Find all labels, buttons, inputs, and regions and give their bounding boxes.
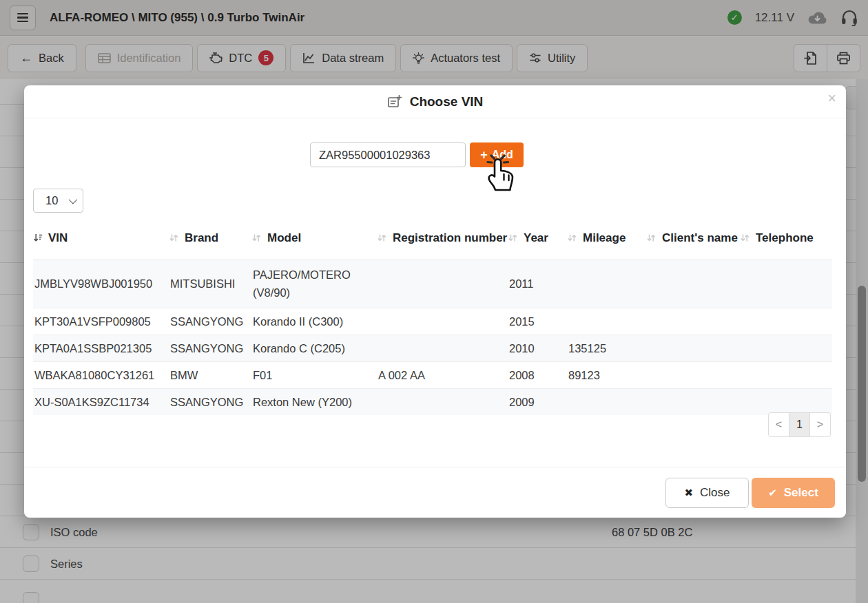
sort-icon <box>567 233 577 243</box>
sort-icon <box>169 233 179 243</box>
column-header-vin[interactable]: VIN <box>33 217 169 260</box>
footer-divider <box>24 467 846 467</box>
table-row[interactable]: JMBLYV98WBJ001950MITSUBISHI PAJERO/MOTER… <box>33 260 832 308</box>
pagination-current-page[interactable]: 1 <box>789 412 810 437</box>
select-button-disabled[interactable]: ✔ Select <box>752 478 835 508</box>
sort-icon <box>646 233 657 243</box>
pagination-prev-button[interactable]: < <box>768 412 789 437</box>
vin-input[interactable] <box>310 142 466 167</box>
sort-icon <box>508 233 518 243</box>
app-screen: ALFA-ROMEO \ MITO (955) \ 0.9 Turbo Twin… <box>0 0 868 603</box>
choose-vin-modal: Choose VIN × + Add 10 VIN <box>24 85 846 518</box>
column-header-mileage[interactable]: Mileage <box>567 217 646 260</box>
check-icon: ✔ <box>768 487 777 499</box>
sort-icon <box>251 233 262 243</box>
page-size-value: 10 <box>34 194 58 207</box>
sort-icon <box>740 233 750 243</box>
table-row[interactable]: XU-S0A1KS9ZC11734SSANGYONG Rexton New (Y… <box>33 388 832 415</box>
column-header-telephone[interactable]: Telephone <box>740 217 832 260</box>
table-header-row: VIN Brand Model Registration number Year <box>33 217 832 260</box>
table-row[interactable]: KPTA0A1SSBP021305SSANGYONG Korando C (C2… <box>33 335 832 361</box>
pagination: < 1 > <box>768 412 831 437</box>
add-button[interactable]: + Add <box>470 142 524 167</box>
chevron-down-icon <box>69 195 78 204</box>
sort-active-icon <box>33 233 43 243</box>
table-row[interactable]: KPT30A1VSFP009805SSANGYONG Korando II (C… <box>33 308 832 335</box>
add-label: Add <box>492 149 513 161</box>
cross-icon: ✖ <box>684 487 693 499</box>
sort-icon <box>377 233 387 243</box>
plus-icon: + <box>480 149 488 161</box>
modal-title: Choose VIN <box>410 94 484 109</box>
form-plus-icon <box>387 94 402 109</box>
select-label: Select <box>784 486 818 500</box>
close-button[interactable]: ✖ Close <box>665 478 749 508</box>
modal-header: Choose VIN × <box>24 85 846 118</box>
column-header-model[interactable]: Model <box>251 217 377 260</box>
column-header-year[interactable]: Year <box>508 217 567 260</box>
vin-table: VIN Brand Model Registration number Year <box>33 217 832 415</box>
column-header-brand[interactable]: Brand <box>169 217 251 260</box>
close-label: Close <box>700 486 730 500</box>
page-size-select[interactable]: 10 <box>33 189 83 213</box>
column-header-registration-number[interactable]: Registration number <box>377 217 508 260</box>
pagination-next-button[interactable]: > <box>809 412 831 437</box>
close-icon[interactable]: × <box>827 88 836 109</box>
column-header-clients-name[interactable]: Client's name <box>646 217 740 260</box>
table-row[interactable]: WBAKA81080CY31261BMW F01A 002 AA 2008891… <box>33 361 832 388</box>
